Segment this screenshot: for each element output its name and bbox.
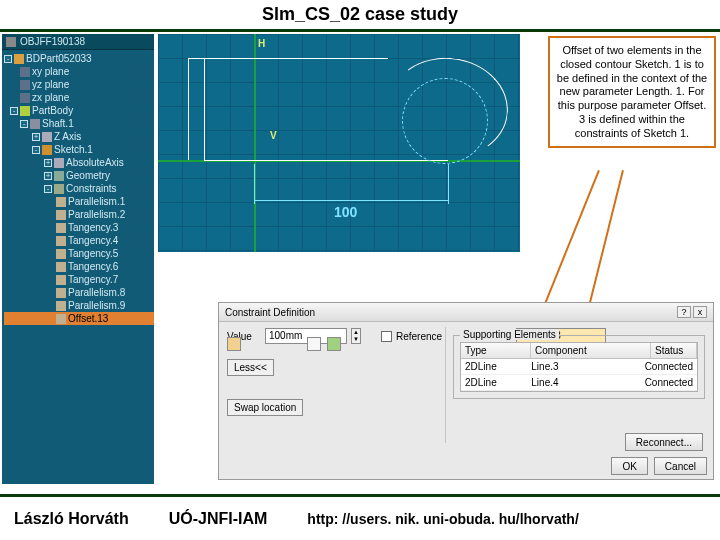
collapse-icon[interactable]: - xyxy=(20,120,28,128)
part-icon xyxy=(14,54,24,64)
tree-sketch[interactable]: -Sketch.1 xyxy=(4,143,154,156)
collapse-icon[interactable]: - xyxy=(10,107,18,115)
collapse-icon[interactable]: - xyxy=(4,55,12,63)
constraints-icon xyxy=(54,184,64,194)
tree-constraint-item[interactable]: Tangency.7 xyxy=(4,273,154,286)
sketch-line xyxy=(188,58,189,160)
dim-line xyxy=(254,200,448,201)
footer-url: http: //users. nik. uni-obuda. hu/lhorva… xyxy=(307,511,578,527)
tree-constraint-item[interactable]: Parallelism.8 xyxy=(4,286,154,299)
mode-icon[interactable] xyxy=(227,337,241,351)
col-status[interactable]: Status xyxy=(651,343,697,358)
tree-constraint-item[interactable]: Parallelism.9 xyxy=(4,299,154,312)
axis-h-label: H xyxy=(258,38,265,49)
help-button[interactable]: ? xyxy=(677,306,691,318)
collapse-icon[interactable]: - xyxy=(44,185,52,193)
sketch-line xyxy=(204,160,448,161)
table-row[interactable]: 2DLine Line.3 Connected xyxy=(461,359,697,375)
dialog-divider xyxy=(445,327,446,443)
ok-button[interactable]: OK xyxy=(611,457,647,475)
offset-icon xyxy=(56,314,66,324)
expand-icon[interactable]: + xyxy=(32,133,40,141)
tree-root[interactable]: - BDPart052033 xyxy=(4,52,154,65)
slide-footer: László Horváth UÓ-JNFI-IAM http: //users… xyxy=(0,494,720,540)
reference-label: Reference xyxy=(396,331,442,342)
slide-body: OBJFF190138 - BDPart052033 xy plane yz p… xyxy=(0,32,720,500)
tree-zaxis[interactable]: +Z Axis xyxy=(4,130,154,143)
reference-checkbox[interactable] xyxy=(381,331,392,342)
constraint-icon xyxy=(56,249,66,259)
tree-absaxis[interactable]: +AbsoluteAxis xyxy=(4,156,154,169)
mode-icon[interactable] xyxy=(307,337,321,351)
expand-icon[interactable]: + xyxy=(44,172,52,180)
tree-constraint-item[interactable]: Tangency.3 xyxy=(4,221,154,234)
col-type[interactable]: Type xyxy=(461,343,531,358)
dialog-title: Constraint Definition xyxy=(225,307,315,318)
constraint-icon xyxy=(56,275,66,285)
mode-icon[interactable] xyxy=(327,337,341,351)
tree-constraint-selected[interactable]: Offset.13 xyxy=(4,312,154,325)
dialog-titlebar[interactable]: Constraint Definition ? x xyxy=(219,303,713,322)
tree-plane-yz[interactable]: yz plane xyxy=(4,78,154,91)
footer-author: László Horváth xyxy=(14,510,129,528)
product-icon xyxy=(6,37,16,47)
tree-constraint-item[interactable]: Parallelism.1 xyxy=(4,195,154,208)
axis-icon xyxy=(42,132,52,142)
axis-v-label: V xyxy=(270,130,277,141)
collapse-icon[interactable]: - xyxy=(32,146,40,154)
footer-org: UÓ-JNFI-IAM xyxy=(169,510,268,528)
plane-icon xyxy=(20,67,30,77)
v-axis xyxy=(254,34,256,252)
plane-icon xyxy=(20,80,30,90)
sketch-viewport[interactable]: H V 100 xyxy=(158,34,520,252)
constraint-icon xyxy=(56,301,66,311)
geometry-icon xyxy=(54,171,64,181)
dimension-value: 100 xyxy=(334,204,357,220)
supporting-elements-table[interactable]: Type Component Status 2DLine Line.3 Conn… xyxy=(460,342,698,392)
constraint-icon xyxy=(56,210,66,220)
constraint-icon xyxy=(56,288,66,298)
sketch-icon xyxy=(42,145,52,155)
sketch-line xyxy=(188,58,388,59)
constraint-definition-dialog[interactable]: Constraint Definition ? x Value 100mm ▲▼… xyxy=(218,302,714,480)
supporting-elements-label: Supporting Elements xyxy=(460,329,559,340)
annotation-note: Offset of two elements in the closed con… xyxy=(548,36,716,148)
tree-partbody[interactable]: -PartBody xyxy=(4,104,154,117)
slide-title: Slm_CS_02 case study xyxy=(0,0,720,32)
body-icon xyxy=(20,106,30,116)
dim-extension xyxy=(254,164,255,204)
dim-extension xyxy=(448,164,449,204)
specification-tree[interactable]: OBJFF190138 - BDPart052033 xy plane yz p… xyxy=(2,34,154,484)
swap-location-button[interactable]: Swap location xyxy=(227,399,303,416)
constraint-icon xyxy=(56,197,66,207)
tree-titlebar: OBJFF190138 xyxy=(2,34,154,50)
tree-shaft[interactable]: -Shaft.1 xyxy=(4,117,154,130)
plane-icon xyxy=(20,93,30,103)
constraint-icon xyxy=(56,262,66,272)
expand-icon[interactable]: + xyxy=(44,159,52,167)
constraint-icon xyxy=(56,236,66,246)
reconnect-button[interactable]: Reconnect... xyxy=(625,433,703,451)
construction-circle xyxy=(402,78,488,164)
constraint-icon xyxy=(56,223,66,233)
tree-plane-zx[interactable]: zx plane xyxy=(4,91,154,104)
axis-icon xyxy=(54,158,64,168)
table-row[interactable]: 2DLine Line.4 Connected xyxy=(461,375,697,391)
tree-constraint-item[interactable]: Tangency.6 xyxy=(4,260,154,273)
sketch-line xyxy=(204,58,205,160)
tree-constraint-item[interactable]: Parallelism.2 xyxy=(4,208,154,221)
tree-constraint-item[interactable]: Tangency.4 xyxy=(4,234,154,247)
less-button[interactable]: Less<< xyxy=(227,359,274,376)
shaft-icon xyxy=(30,119,40,129)
spinner[interactable]: ▲▼ xyxy=(351,328,361,344)
tree-constraints[interactable]: -Constraints xyxy=(4,182,154,195)
tree-geometry[interactable]: +Geometry xyxy=(4,169,154,182)
tree-constraint-item[interactable]: Tangency.5 xyxy=(4,247,154,260)
cancel-button[interactable]: Cancel xyxy=(654,457,707,475)
close-button[interactable]: x xyxy=(693,306,707,318)
col-component[interactable]: Component xyxy=(531,343,651,358)
tree-plane-xy[interactable]: xy plane xyxy=(4,65,154,78)
tree-title: OBJFF190138 xyxy=(20,36,85,47)
